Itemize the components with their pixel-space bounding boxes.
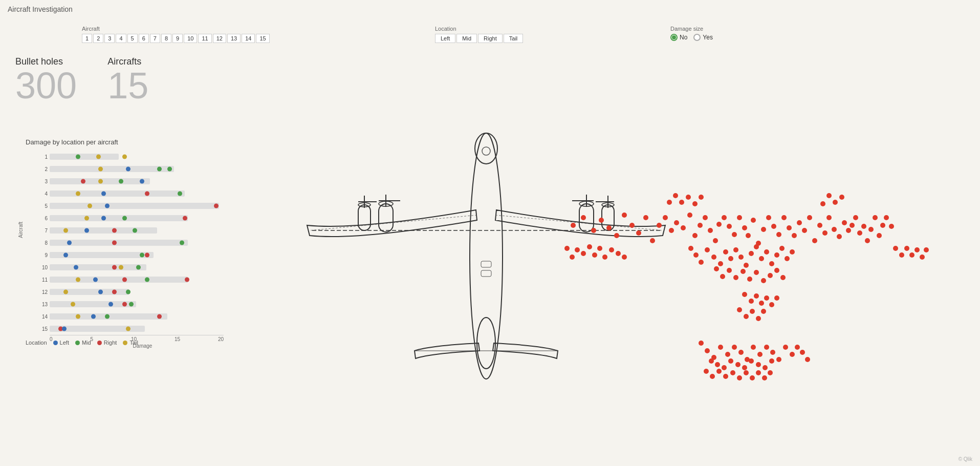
radio-yes-circle[interactable] — [693, 34, 701, 41]
bullet-dot-137 — [737, 307, 742, 312]
bullet-dot-111 — [722, 365, 727, 370]
aircraft-btn-12[interactable]: 12 — [213, 34, 226, 43]
chart-row-13: 13 — [38, 299, 223, 310]
bullet-dot-73 — [759, 256, 764, 261]
chart-row-15: 15 — [38, 323, 223, 334]
row-label-2: 2 — [38, 166, 48, 172]
bullet-dot-78 — [785, 256, 790, 261]
bullet-dot-71 — [749, 251, 754, 256]
bullet-dot-164 — [692, 201, 698, 206]
row-bar-7 — [50, 227, 223, 234]
bullet-dot-18 — [698, 223, 703, 228]
aircraft-btn-9[interactable]: 9 — [172, 34, 183, 43]
dot-9-1 — [140, 253, 144, 258]
aircraft-btn-5[interactable]: 5 — [127, 34, 138, 43]
location-btn-Tail[interactable]: Tail — [504, 34, 524, 43]
bar-bg-4 — [50, 190, 185, 197]
dot-4-2 — [145, 192, 149, 196]
bullet-dot-149 — [602, 255, 607, 260]
bullet-dot-47 — [842, 220, 847, 225]
bullet-dot-40 — [807, 215, 812, 220]
aircraft-btn-1[interactable]: 1 — [82, 34, 92, 43]
aircraft-btn-4[interactable]: 4 — [116, 34, 126, 43]
qlik-watermark: © Qlik — [959, 456, 972, 462]
bullet-dot-2 — [591, 228, 596, 233]
aircraft-btn-6[interactable]: 6 — [139, 34, 149, 43]
dot-8-1 — [112, 241, 117, 245]
bullet-dot-94 — [718, 345, 723, 350]
aircraft-btn-10[interactable]: 10 — [184, 34, 197, 43]
bullet-dot-153 — [893, 246, 898, 251]
damage-size-yes[interactable]: Yes — [693, 34, 713, 41]
bullet-dot-26 — [737, 215, 742, 220]
radio-no-circle[interactable] — [670, 34, 678, 41]
location-btn-Left[interactable]: Left — [435, 34, 455, 43]
dot-9-0 — [63, 253, 68, 258]
bullet-dot-155 — [904, 246, 909, 251]
chart-row-4: 4 — [38, 188, 223, 199]
aircraft-btn-8[interactable]: 8 — [161, 34, 171, 43]
dot-3-2 — [119, 179, 123, 184]
bullet-dot-114 — [742, 365, 747, 370]
dot-8-2 — [180, 241, 184, 245]
x-tick-0: 0 — [50, 336, 53, 342]
row-label-14: 14 — [38, 314, 48, 320]
bullet-dot-4 — [606, 225, 612, 230]
bullet-dot-128 — [762, 375, 767, 380]
bullet-dot-65 — [718, 261, 723, 266]
bullet-dot-12 — [663, 215, 668, 220]
dot-13-1 — [108, 302, 113, 307]
bullet-dot-27 — [742, 225, 747, 230]
aircraft-btn-14[interactable]: 14 — [242, 34, 255, 43]
row-bar-12 — [50, 289, 223, 295]
x-tick-15: 15 — [175, 336, 180, 342]
aircraft-btn-7[interactable]: 7 — [150, 34, 160, 43]
damage-size-no[interactable]: No — [670, 34, 687, 41]
location-btn-Right[interactable]: Right — [478, 34, 503, 43]
bullet-dot-82 — [727, 268, 732, 273]
dot-6-0 — [84, 216, 89, 221]
bullet-dot-84 — [741, 269, 746, 274]
bar-bg-1 — [50, 154, 119, 160]
bullet-dot-80 — [714, 266, 719, 271]
aircraft-btn-15[interactable]: 15 — [256, 34, 269, 43]
row-bar-6 — [50, 215, 223, 221]
row-bar-15 — [50, 326, 223, 332]
bullet-dot-104 — [783, 345, 788, 350]
chart-row-9: 9 — [38, 249, 223, 261]
bullet-dot-46 — [837, 234, 842, 239]
dot-6-2 — [122, 216, 127, 221]
bullet-dot-168 — [833, 200, 838, 205]
bullet-dot-1 — [581, 215, 586, 220]
chart-row-1: 1 — [38, 151, 223, 162]
bullet-dot-74 — [764, 249, 769, 255]
dot-7-0 — [63, 228, 68, 233]
bullet-dot-150 — [609, 247, 614, 252]
bullet-dot-62 — [699, 260, 704, 265]
bullet-dot-105 — [790, 352, 795, 357]
aircraft-btn-3[interactable]: 3 — [104, 34, 115, 43]
row-bar-1 — [50, 154, 223, 160]
aircraft-btn-13[interactable]: 13 — [227, 34, 241, 43]
bullet-dot-35 — [781, 215, 787, 220]
dot-10-0 — [74, 265, 78, 270]
bar-bg-12 — [50, 289, 129, 295]
bullet-dot-44 — [826, 215, 832, 220]
aircraft-btn-11[interactable]: 11 — [198, 34, 211, 43]
row-label-8: 8 — [38, 240, 48, 246]
bullet-dot-77 — [779, 246, 785, 251]
location-btn-Mid[interactable]: Mid — [456, 34, 477, 43]
aircraft-btn-2[interactable]: 2 — [93, 34, 103, 43]
bullet-dot-22 — [716, 222, 722, 227]
chart-rows: 123456789101112131415 — [38, 151, 223, 334]
radio-yes-label: Yes — [703, 34, 713, 41]
bullet-dot-122 — [723, 374, 728, 379]
bullet-dot-160 — [667, 200, 672, 205]
dot-2-1 — [126, 167, 130, 172]
bullet-dot-6 — [622, 213, 627, 218]
bullet-dot-161 — [673, 193, 678, 198]
bar-bg-2 — [50, 166, 174, 172]
bullet-dot-68 — [733, 247, 738, 252]
row-label-15: 15 — [38, 326, 48, 332]
bullet-dot-127 — [756, 370, 761, 375]
